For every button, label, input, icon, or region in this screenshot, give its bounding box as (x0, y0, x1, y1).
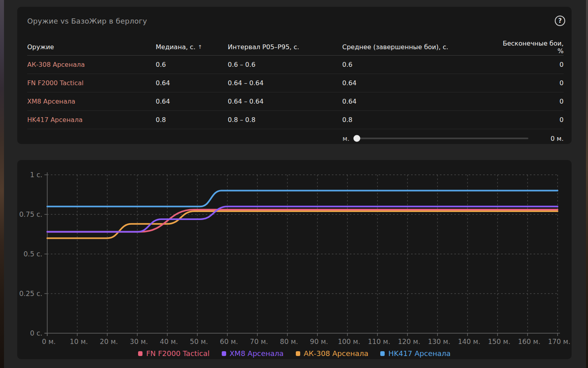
legend-item[interactable]: HK417 Арсенала (380, 349, 450, 358)
table-row-weapon-name[interactable]: XM8 Арсенала (27, 92, 156, 111)
x-tick-label: 0 м. (42, 338, 56, 346)
table-cell-infinite: 0 (496, 74, 564, 92)
help-icon[interactable]: ? (555, 16, 565, 26)
x-tick-label: 10 м. (70, 338, 88, 346)
x-tick-label: 40 м. (160, 338, 178, 346)
chart-legend: FN F2000 TacticalXM8 АрсеналаАК-308 Арсе… (17, 349, 572, 358)
distance-slider[interactable] (355, 138, 528, 139)
x-tick-label: 160 м. (518, 338, 540, 346)
background-image-strip-left (0, 0, 4, 368)
weapon-stats-table: Оружие Медиана, с. ↑ Интервал P05–P95, с… (27, 39, 564, 148)
x-tick-label: 70 м. (250, 338, 268, 346)
legend-swatch-icon (296, 351, 300, 356)
series-line-3 (47, 191, 558, 207)
x-tick-label: 120 м. (398, 338, 420, 346)
y-tick-label: 0.75 с. (19, 210, 42, 218)
y-tick-label: 0.25 с. (19, 290, 42, 298)
legend-swatch-icon (222, 351, 226, 356)
series-line-2 (47, 211, 558, 238)
table-cell-median: 0.64 (156, 92, 228, 111)
x-tick-label: 170 м. (548, 338, 570, 346)
table-cell-mean: 0.64 (342, 92, 496, 111)
table-cell-infinite: 0 (496, 56, 564, 74)
weapon-stats-panel: Оружие vs БазоЖир в берлогу ? Оружие Мед… (17, 7, 572, 144)
table-cell-infinite: 0 (496, 111, 564, 129)
column-header-interval[interactable]: Интервал P05–P95, с. (228, 39, 342, 56)
x-tick-label: 100 м. (338, 338, 360, 346)
y-tick-label: 0.5 с. (24, 250, 42, 258)
table-cell-median: 0.64 (156, 74, 228, 92)
x-tick-label: 130 м. (428, 338, 450, 346)
table-cell-median: 0.6 (156, 56, 228, 74)
legend-swatch-icon (138, 351, 142, 356)
legend-swatch-icon (380, 351, 385, 356)
legend-item[interactable]: XM8 Арсенала (222, 349, 284, 358)
x-tick-label: 80 м. (280, 338, 298, 346)
panel-title: Оружие vs БазоЖир в берлогу (27, 17, 147, 25)
table-cell-median: 0.8 (156, 111, 228, 129)
legend-label: XM8 Арсенала (230, 349, 284, 358)
y-tick-label: 0 с. (30, 329, 42, 337)
legend-label: HK417 Арсенала (388, 349, 450, 358)
background-image-strip-right (586, 0, 588, 368)
slider-value: 0 м. (528, 135, 564, 142)
x-tick-label: 30 м. (130, 338, 148, 346)
legend-label: FN F2000 Tactical (146, 349, 209, 358)
x-tick-label: 110 м. (368, 338, 390, 346)
legend-item[interactable]: АК-308 Арсенала (296, 349, 369, 358)
x-tick-label: 60 м. (220, 338, 238, 346)
y-tick-label: 1 с. (30, 171, 42, 179)
table-row-weapon-name[interactable]: АК-308 Арсенала (27, 56, 156, 74)
table-row-weapon-name[interactable]: FN F2000 Tactical (27, 74, 156, 92)
sort-ascending-icon: ↑ (198, 44, 202, 50)
column-header-median[interactable]: Медиана, с. ↑ (156, 39, 228, 56)
distance-slider-row: м. 0 м. (27, 129, 564, 148)
slider-unit-label: м. (343, 135, 349, 142)
column-header-mean[interactable]: Среднее (завершенные бои), с. (342, 39, 496, 56)
legend-label: АК-308 Арсенала (304, 349, 369, 358)
x-tick-label: 140 м. (458, 338, 480, 346)
column-header-infinite[interactable]: Бесконечные бои, % (496, 39, 564, 56)
x-tick-label: 150 м. (488, 338, 510, 346)
table-cell-interval: 0.64 – 0.64 (228, 92, 342, 111)
table-cell-mean: 0.6 (342, 56, 496, 74)
table-cell-interval: 0.8 – 0.8 (228, 111, 342, 129)
table-cell-interval: 0.64 – 0.64 (228, 74, 342, 92)
table-row-weapon-name[interactable]: HK417 Арсенала (27, 111, 156, 129)
slider-thumb[interactable] (353, 135, 360, 142)
x-tick-label: 90 м. (310, 338, 328, 346)
column-header-weapon[interactable]: Оружие (27, 39, 156, 56)
table-cell-infinite: 0 (496, 92, 564, 111)
x-tick-label: 20 м. (100, 338, 118, 346)
chart-panel: 0 м.10 м.20 м.30 м.40 м.50 м.60 м.70 м.8… (17, 160, 572, 359)
legend-item[interactable]: FN F2000 Tactical (138, 349, 209, 358)
table-cell-mean: 0.8 (342, 111, 496, 129)
x-tick-label: 50 м. (190, 338, 208, 346)
chart-svg: 0 м.10 м.20 м.30 м.40 м.50 м.60 м.70 м.8… (17, 160, 572, 359)
table-cell-interval: 0.6 – 0.6 (228, 56, 342, 74)
series-line-0 (47, 210, 558, 232)
table-cell-mean: 0.64 (342, 74, 496, 92)
